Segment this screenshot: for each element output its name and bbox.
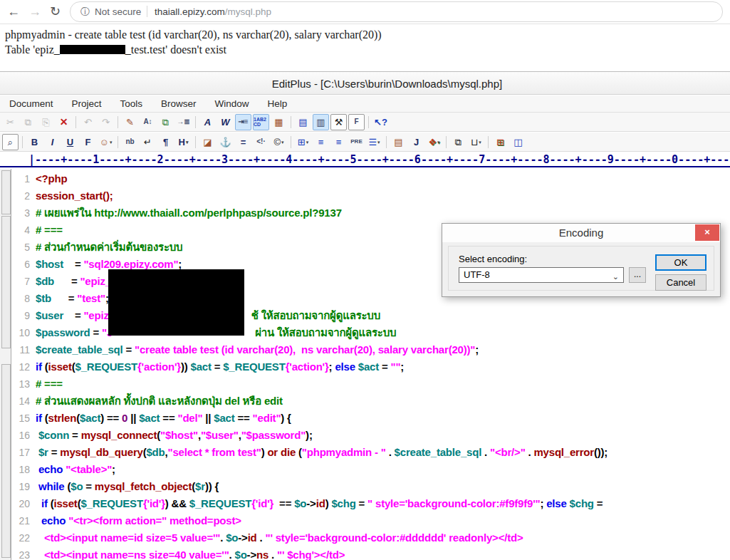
line-number: 3 xyxy=(11,204,30,222)
code-token: {'action'} xyxy=(286,361,329,373)
user-tool-icon[interactable]: ⚒ xyxy=(330,114,347,130)
code-token: = xyxy=(379,361,391,373)
heading-icon[interactable]: H xyxy=(175,134,192,150)
code-line: 1<?php xyxy=(11,170,730,187)
javascript-icon[interactable]: J xyxy=(408,134,424,150)
underline-icon[interactable]: U xyxy=(62,134,78,150)
special-char-icon[interactable]: © xyxy=(271,134,287,150)
line-number: 13 xyxy=(11,375,30,393)
code-token: "$host" xyxy=(160,429,198,441)
image-icon[interactable]: ◪ xyxy=(199,134,216,150)
menu-browser[interactable]: Browser xyxy=(152,95,206,112)
code-token: "del" xyxy=(177,412,202,424)
code-line: 3# เผยแพร่ใน http://www.thaiall.com/perl… xyxy=(11,204,730,222)
pre-icon[interactable]: PRE xyxy=(348,134,365,150)
auto-indent-icon[interactable]: →≣ xyxy=(175,114,192,130)
menu-help[interactable]: Help xyxy=(259,95,297,112)
toolbar-separator xyxy=(368,116,369,128)
menu-tools[interactable]: Tools xyxy=(111,95,152,112)
document-list-icon[interactable]: ▤ xyxy=(295,114,311,130)
more-encodings-button[interactable]: ... xyxy=(629,267,646,283)
code-token: $chg xyxy=(570,497,594,509)
code-token: = xyxy=(69,429,81,441)
side-strip-segment xyxy=(1,216,11,348)
char-chart-icon[interactable]: ▦ xyxy=(271,114,287,130)
copy-lines-icon[interactable]: ⧉ xyxy=(157,114,174,130)
word-wrap-icon[interactable]: ⇥≡ xyxy=(235,114,251,130)
highlight-tool-icon[interactable]: ✎ xyxy=(122,114,138,130)
dialog-group-box: Select encoding: UTF-8⌄ ... OK Cancel xyxy=(448,246,714,291)
code-token: <td><input name=id size=5 value='" xyxy=(44,532,220,544)
code-token: "<tr><form action='' method=post> xyxy=(68,514,241,527)
menu-document[interactable]: Document xyxy=(0,95,63,112)
align-center-icon[interactable]: ≡ xyxy=(313,134,329,150)
toolbar-separator xyxy=(118,136,118,148)
url-text: thaiall.epizy.com/mysql.php xyxy=(155,6,271,17)
select-encoding-label: Select encoding: xyxy=(459,254,527,264)
context-help-icon[interactable]: ↖? xyxy=(372,114,389,130)
align-right-icon[interactable]: ≡ xyxy=(330,134,347,150)
table-icon[interactable]: ⊞ xyxy=(295,134,311,150)
activex-icon[interactable]: ⊞ xyxy=(492,134,509,150)
list-icon[interactable]: ☰ xyxy=(366,134,382,150)
sort-icon[interactable]: A↕ xyxy=(140,114,156,130)
code-token: . xyxy=(481,446,490,458)
copy-icon[interactable]: ⧉ xyxy=(20,114,36,130)
close-icon[interactable]: × xyxy=(695,224,719,241)
code-token xyxy=(36,497,41,509)
cancel-button[interactable]: Cancel xyxy=(655,274,706,291)
line-break-icon[interactable]: ↵ xyxy=(140,134,156,150)
code-token xyxy=(36,514,41,527)
watermark-icon[interactable]: W xyxy=(217,114,234,130)
code-token: # === xyxy=(36,224,63,236)
ok-button[interactable]: OK xyxy=(655,254,706,271)
horizontal-rule-icon[interactable]: = xyxy=(235,134,251,150)
object-icon[interactable]: ⧉ xyxy=(450,134,466,150)
div-icon[interactable]: ⊔ xyxy=(468,134,484,150)
forward-icon[interactable]: → xyxy=(28,3,41,20)
undo-icon[interactable]: ↶ xyxy=(80,114,96,130)
info-icon[interactable]: ⓘ xyxy=(80,6,90,19)
paragraph-icon[interactable]: ¶ xyxy=(157,134,174,150)
toolbar-separator xyxy=(386,136,387,148)
emoticon-icon[interactable]: ☺ xyxy=(98,134,114,150)
anchor-icon[interactable]: ⚓ xyxy=(217,134,234,150)
code-token: $tb xyxy=(36,292,51,304)
font-style-icon[interactable]: A xyxy=(199,114,216,130)
italic-icon[interactable]: I xyxy=(44,134,61,150)
function-list-icon[interactable]: F xyxy=(348,114,365,130)
encoding-select[interactable]: UTF-8⌄ xyxy=(459,267,624,283)
reload-icon[interactable]: ↻ xyxy=(50,3,61,20)
back-icon[interactable]: ← xyxy=(7,3,20,20)
colors-icon[interactable]: ❖ xyxy=(426,134,442,150)
comment-icon[interactable]: <!· xyxy=(253,134,269,150)
page-content: phpmyadmin - create table test (id varch… xyxy=(0,24,730,71)
code-token: $_REQUEST xyxy=(189,497,251,509)
code-token: $conn xyxy=(38,429,69,441)
address-bar[interactable]: ⓘ Not secure thaiall.epizy.com/mysql.php xyxy=(70,1,723,22)
code-token: $o xyxy=(71,480,83,492)
code-token xyxy=(36,549,44,560)
cut-icon[interactable]: ✂ xyxy=(2,114,19,130)
redo-icon[interactable]: ↷ xyxy=(98,114,114,130)
line-numbers-icon[interactable]: 1AB2CD xyxy=(253,114,269,130)
font-icon[interactable]: F xyxy=(80,134,96,150)
menu-window[interactable]: Window xyxy=(206,95,259,112)
bold-icon[interactable]: B xyxy=(26,134,43,150)
browser-preview-icon[interactable]: ⌕ xyxy=(2,134,19,150)
delete-icon[interactable]: ✕ xyxy=(56,114,72,130)
line-number: 17 xyxy=(11,444,30,461)
code-token: = xyxy=(63,258,83,270)
code-token: $create_table_sql xyxy=(36,343,123,356)
paste-icon[interactable]: ⎘ xyxy=(38,114,54,130)
code-token: ); xyxy=(306,429,313,441)
menu-project[interactable]: Project xyxy=(63,95,111,112)
nbsp-icon[interactable]: nb xyxy=(122,134,138,150)
script-icon[interactable]: ▤ xyxy=(390,134,407,150)
code-token: $o xyxy=(294,497,306,509)
frameset-icon[interactable]: ◫ xyxy=(510,134,526,150)
code-token: )) xyxy=(181,361,191,373)
toolbar-separator xyxy=(195,136,196,148)
page-output-line1: phpmyadmin - create table test (id varch… xyxy=(5,28,382,41)
browser-pane-icon[interactable]: ▥ xyxy=(313,114,329,130)
